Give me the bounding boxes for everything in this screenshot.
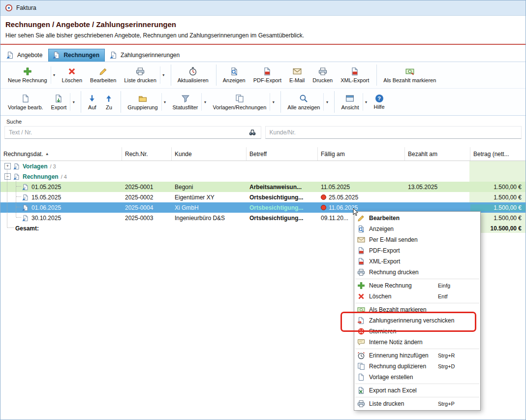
app-logo-icon: [5, 4, 13, 12]
duplicate-icon: [357, 362, 365, 370]
button-body: Vorlagen/Rechnungen: [209, 93, 270, 112]
cell-number: 2025-0004: [122, 204, 172, 211]
view-button[interactable]: Anzeigen: [219, 63, 249, 87]
menu-separator: [355, 279, 479, 279]
delete-button[interactable]: Löschen: [59, 63, 86, 87]
app-window: Faktura Rechnungen / Angebote / Zahlungs…: [0, 0, 526, 420]
export-button[interactable]: Export ▾: [48, 90, 77, 114]
help-button[interactable]: ? Hilfe: [371, 90, 388, 114]
pdf-export-button[interactable]: PDF-Export: [250, 63, 285, 87]
binoculars-icon[interactable]: [247, 129, 261, 136]
shortcut: Strg+P: [438, 401, 476, 407]
column-header-bezahlt[interactable]: Bezahlt am: [405, 147, 470, 161]
menu-item-per-email-senden[interactable]: Per E-Mail senden: [354, 234, 480, 245]
invoice-row-1[interactable]: 01.05.2025 2025-0001 Begoni Arbeitsanwei…: [0, 182, 526, 192]
chevron-down-icon[interactable]: ▾: [323, 93, 330, 111]
column-header-betrag[interactable]: Betrag (nett...: [470, 147, 526, 161]
note-bubble-icon: [357, 338, 365, 346]
email-button[interactable]: E-Mail: [286, 63, 308, 87]
cell-customer: Begoni: [172, 184, 247, 191]
column-header-rechnr[interactable]: Rech.Nr.: [122, 147, 172, 161]
templates-invoices-button[interactable]: Vorlagen/Rechnungen ▾: [209, 90, 277, 114]
menu-item-xml-export[interactable]: XML-Export: [354, 256, 480, 267]
print-list-button[interactable]: Liste drucken ▾: [121, 63, 166, 87]
pencil-icon: [99, 67, 108, 76]
xml-doc-icon: [350, 67, 359, 76]
edit-template-button[interactable]: Vorlage bearb.: [4, 90, 47, 114]
menu-item-rechnung-drucken[interactable]: Rechnung drucken: [354, 267, 480, 278]
toolbar-separator: [81, 91, 81, 113]
text-search-input[interactable]: [5, 129, 247, 136]
column-header-kunde[interactable]: Kunde: [172, 147, 247, 161]
new-invoice-button[interactable]: Neue Rechnung ▾: [4, 63, 58, 87]
arrow-up-icon: [104, 94, 113, 103]
template-doc-icon: [357, 373, 365, 381]
collapse-all-button[interactable]: Zu: [101, 90, 117, 114]
tree-line: [16, 186, 21, 187]
menu-item-neue-rechnung[interactable]: Neue Rechnung Einfg: [354, 280, 480, 291]
menu-item-anzeigen[interactable]: Anzeigen: [354, 224, 480, 234]
button-body: E-Mail: [286, 65, 308, 85]
menu-item-erinnerung-hinzufuegen[interactable]: Erinnerung hinzufügen Strg+R: [354, 350, 480, 361]
context-menu: Bearbeiten Anzeigen Per E-Mail senden PD…: [354, 211, 481, 411]
edit-button[interactable]: Bearbeiten: [87, 63, 120, 87]
menu-item-vorlage-erstellen[interactable]: Vorlage erstellen: [354, 372, 480, 383]
button-body: Anzeigen: [219, 65, 249, 85]
tab-label: Angebote: [17, 52, 42, 59]
tree-line: [16, 217, 21, 218]
menu-item-export-nach-excel[interactable]: Export nach Excel: [354, 385, 480, 396]
tab-rechnungen[interactable]: Rechnungen: [48, 49, 105, 62]
column-header-rechnungsdat[interactable]: Rechnungsdat. ▲: [0, 147, 122, 161]
chevron-down-icon[interactable]: ▾: [363, 93, 370, 111]
column-header-betreff[interactable]: Betreff: [247, 147, 318, 161]
button-body: Alle anzeigen: [284, 93, 323, 112]
toolbar-separator: [376, 65, 377, 86]
expand-all-button[interactable]: Auf: [84, 90, 100, 114]
group-row-rechnungen[interactable]: − Rechnungen / 4: [0, 171, 526, 182]
text-search-field: [4, 126, 261, 139]
chevron-down-icon[interactable]: ▾: [70, 93, 77, 111]
window-title: Faktura: [16, 4, 36, 11]
view-settings-button[interactable]: Ansicht ▾: [338, 90, 369, 114]
tab-label: Rechnungen: [63, 52, 99, 59]
tab-zahlungserinnerungen[interactable]: Zahlungserinnerungen: [106, 49, 185, 62]
chevron-down-icon[interactable]: ▾: [51, 66, 58, 84]
toolbar-separator: [280, 91, 281, 113]
button-body: ? Hilfe: [371, 93, 388, 111]
xml-export-button[interactable]: XML-Export: [337, 63, 372, 87]
chevron-down-icon[interactable]: ▾: [270, 93, 277, 111]
group-row-vorlagen[interactable]: + Vorlagen / 3: [0, 161, 526, 171]
refresh-button[interactable]: Aktualisieren: [174, 63, 212, 87]
grouping-button[interactable]: Gruppierung ▾: [124, 90, 168, 114]
menu-item-interne-notiz-aendern[interactable]: Interne Notiz ändern: [354, 337, 480, 348]
button-body: Vorlage bearb.: [4, 93, 47, 112]
chevron-down-icon[interactable]: ▾: [160, 66, 167, 84]
group-label: Vorlagen: [23, 163, 47, 170]
plus-icon: [23, 67, 32, 76]
mark-paid-button[interactable]: Als Bezahlt markieren: [380, 63, 439, 87]
menu-item-pdf-export[interactable]: PDF-Export: [354, 245, 480, 256]
menu-item-rechnung-duplizieren[interactable]: Rechnung duplizieren Strg+D: [354, 361, 480, 372]
menu-item-bearbeiten[interactable]: Bearbeiten: [354, 213, 480, 224]
menu-item-loeschen[interactable]: Löschen Entf: [354, 291, 480, 302]
chevron-down-icon[interactable]: ▾: [161, 93, 168, 111]
show-all-button[interactable]: Alle anzeigen ▾: [284, 90, 330, 114]
cell-date: 01.06.2025: [0, 204, 122, 211]
cell-customer: Xi GmbH: [172, 204, 247, 211]
column-header-faellig[interactable]: Fällig am: [318, 147, 405, 161]
doc-magnifier-icon: [230, 67, 239, 76]
chevron-down-icon[interactable]: ▾: [201, 93, 208, 111]
cell-amount: 1.500,00 €: [470, 204, 526, 211]
collapse-icon[interactable]: −: [4, 173, 11, 180]
tree-line: [16, 207, 21, 207]
print-button[interactable]: Drucken: [309, 63, 336, 87]
status-filter-button[interactable]: Statusfilter ▾: [169, 90, 209, 114]
expand-icon[interactable]: +: [4, 163, 11, 169]
shortcut: Strg+R: [438, 353, 476, 358]
customer-search-input[interactable]: [266, 129, 522, 136]
invoice-row-2[interactable]: 15.05.2025 2025-0002 Eigentümer XY Ortsb…: [0, 192, 526, 202]
menu-item-liste-drucken[interactable]: Liste drucken Strg+P: [354, 398, 480, 409]
invoice-list-icon: [53, 51, 61, 59]
delete-x-icon: [357, 292, 365, 300]
tab-angebote[interactable]: Angebote: [2, 49, 47, 62]
